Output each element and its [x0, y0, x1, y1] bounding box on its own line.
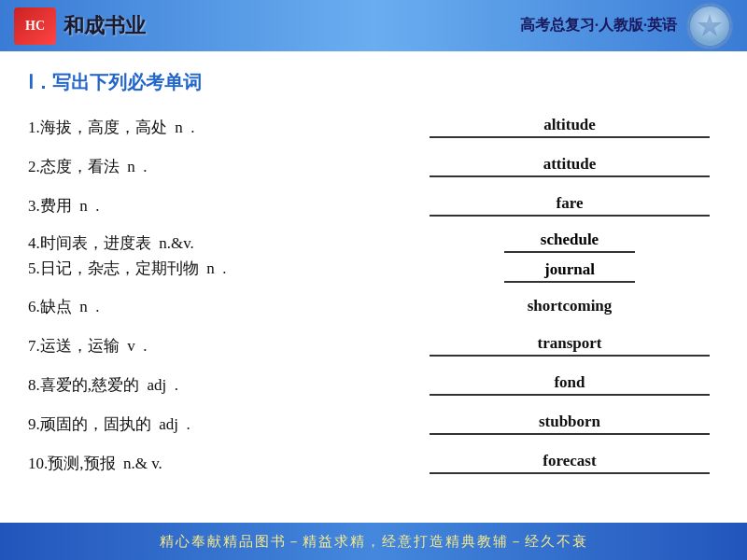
english-answer: attitude [430, 155, 710, 177]
logo-text: 和成书业 [63, 12, 146, 40]
english-answer: shortcoming [420, 297, 719, 315]
logo-area: HC 和成书业 [14, 7, 146, 45]
chinese-text: 10.预测,预报 n.& v. [28, 453, 420, 474]
table-row: 4.时间表，进度表 n.&v. 5.日记，杂志，定期刊物 n . schedul… [28, 227, 719, 285]
table-row: 7.运送，运输 v . transport [28, 328, 719, 363]
chinese-text: 7.运送，运输 v . [28, 335, 420, 357]
logo-icon: HC [14, 7, 56, 45]
header-title: 高考总复习·人教版·英语 [520, 16, 677, 35]
table-row: 2.态度，看法 n . attitude [28, 148, 719, 184]
table-row: 1.海拔，高度，高处 n . altitude [28, 109, 719, 145]
chinese-text: 6.缺点 n . [28, 296, 420, 317]
table-row: 3.费用 n . fare [28, 188, 719, 223]
table-row: 6.缺点 n . shortcoming [28, 288, 719, 324]
english-answer: transport [430, 334, 710, 357]
english-answer-double: schedule journal [430, 231, 710, 285]
section-title: Ⅰ．写出下列必考单词 [28, 70, 719, 95]
header-badge [686, 3, 733, 49]
table-row: 9.顽固的，固执的 adj . stubborn [28, 406, 719, 441]
footer-text: 精心奉献精品图书－精益求精，经意打造精典教辅－经久不衰 [160, 533, 588, 551]
chinese-text: 1.海拔，高度，高处 n . [28, 117, 420, 138]
footer: 精心奉献精品图书－精益求精，经意打造精典教辅－经久不衰 [0, 523, 747, 560]
english-answer: forecast [430, 452, 710, 474]
english-answer: stubborn [430, 413, 710, 435]
chinese-text: 3.费用 n . [28, 195, 420, 217]
table-row: 10.预测,预报 n.& v. forecast [28, 445, 719, 481]
chinese-text: 9.顽固的，固执的 adj . [28, 413, 420, 435]
english-answer: altitude [430, 116, 710, 138]
main-content: Ⅰ．写出下列必考单词 1.海拔，高度，高处 n . altitude 2.态度，… [0, 51, 747, 523]
chinese-text: 4.时间表，进度表 n.&v. 5.日记，杂志，定期刊物 n . [28, 231, 420, 279]
chinese-text: 2.态度，看法 n . [28, 156, 420, 177]
english-answer: fare [430, 194, 710, 217]
english-answer: fond [430, 373, 710, 396]
table-row: 8.喜爱的,慈爱的 adj . fond [28, 367, 719, 402]
header: HC 和成书业 高考总复习·人教版·英语 [0, 0, 747, 51]
header-title-area: 高考总复习·人教版·英语 [520, 3, 733, 49]
vocab-list: 1.海拔，高度，高处 n . altitude 2.态度，看法 n . atti… [28, 109, 719, 481]
chinese-text: 8.喜爱的,慈爱的 adj . [28, 374, 420, 396]
